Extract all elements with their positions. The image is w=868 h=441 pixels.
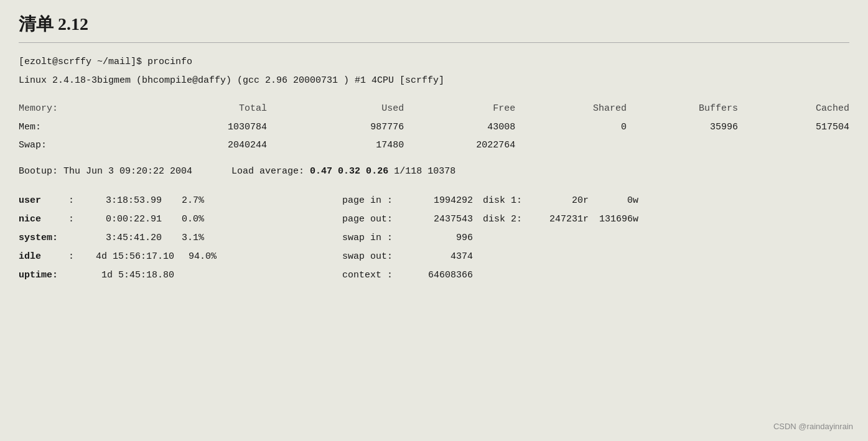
stat-context-value: 64608366 [417, 266, 473, 285]
swap-row-used: 17480 [267, 136, 404, 155]
stat-swapout: swap out: 4374 [342, 248, 716, 266]
stat-context-label: context : [342, 266, 417, 285]
stat-nice-pct: 0.0% [167, 210, 204, 229]
mem-row-label: Mem: [19, 118, 113, 137]
stat-context: context : 64608366 [342, 266, 716, 285]
memory-header-row: Memory: Total Used Free Shared Buffers C… [19, 100, 849, 118]
stat-swapin: swap in : 996 [342, 229, 716, 248]
mem-header-free: Free [404, 100, 515, 118]
bootup-text: Bootup: Thu Jun 3 09:20:22 2004 [19, 166, 192, 177]
stat-pageout-disk-label: disk 2: [483, 210, 539, 229]
stat-pageout-disk-r: 247231r [539, 210, 589, 229]
stat-pagein-disk-label: disk 1: [483, 192, 539, 210]
mem-row-total: 1030784 [113, 118, 267, 137]
mem-row-shared: 0 [515, 118, 627, 137]
stat-user-label: user [19, 192, 68, 210]
stat-pagein: page in : 1994292 disk 1: 20r 0w [342, 192, 716, 210]
stat-user-colon: : [68, 192, 81, 210]
sys-info-line: Linux 2.4.18-3bigmem (bhcompile@daffy) (… [19, 73, 849, 89]
mem-row-used: 987776 [267, 118, 404, 137]
swap-row-buffers [627, 136, 738, 155]
stats-left: user : 3:18:53.99 2.7% nice : 0:00:22.91… [19, 192, 342, 285]
stat-uptime-label: uptime: [19, 266, 68, 285]
stat-idle: idle : 4d 15:56:17.10 94.0% [19, 248, 342, 266]
load-prefix: Load average: [231, 166, 304, 177]
mem-row-cached: 517504 [738, 118, 849, 137]
swap-row-total: 2040244 [113, 136, 267, 155]
swap-row-shared [515, 136, 627, 155]
stat-pagein-label: page in : [342, 192, 417, 210]
swap-row-free: 2022764 [404, 136, 515, 155]
watermark: CSDN @raindayinrain [773, 422, 853, 431]
stat-nice-label: nice [19, 210, 68, 229]
stat-uptime-value: 1d 5:45:18.80 [81, 266, 174, 285]
stat-pagein-disk-w: 0w [589, 192, 638, 210]
bootup-line: Bootup: Thu Jun 3 09:20:22 2004 Load ave… [19, 164, 849, 180]
stat-pageout-label: page out: [342, 210, 417, 229]
stat-swapin-value: 996 [417, 229, 473, 248]
stat-idle-value: 4d 15:56:17.10 [81, 248, 174, 266]
stat-nice-colon: : [68, 210, 81, 229]
stat-idle-pct: 94.0% [179, 248, 217, 266]
load-suffix-text: 1/118 10378 [394, 166, 455, 177]
stat-system: system: 3:45:41.20 3.1% [19, 229, 342, 248]
stat-user-value: 3:18:53.99 [81, 192, 162, 210]
stat-system-value: 3:45:41.20 [81, 229, 162, 248]
stat-pageout: page out: 2437543 disk 2: 247231r 131696… [342, 210, 716, 229]
stats-right: page in : 1994292 disk 1: 20r 0w page ou… [342, 192, 716, 285]
stat-user-pct: 2.7% [167, 192, 204, 210]
terminal-block: [ezolt@scrffy ~/mail]$ procinfo Linux 2.… [19, 54, 849, 285]
stat-nice-value: 0:00:22.91 [81, 210, 162, 229]
mem-row-free: 43008 [404, 118, 515, 137]
stat-user: user : 3:18:53.99 2.7% [19, 192, 342, 210]
mem-row: Mem: 1030784 987776 43008 0 35996 517504 [19, 118, 849, 137]
page-title: 清单 2.12 [19, 12, 849, 36]
swap-row-label: Swap: [19, 136, 113, 155]
stat-swapout-value: 4374 [417, 248, 473, 266]
mem-header-shared: Shared [515, 100, 627, 118]
memory-table: Memory: Total Used Free Shared Buffers C… [19, 100, 849, 155]
stat-pageout-value: 2437543 [417, 210, 473, 229]
stat-idle-label: idle [19, 248, 68, 266]
divider [19, 42, 849, 43]
stat-system-label: system: [19, 229, 68, 248]
mem-header-used: Used [267, 100, 404, 118]
swap-row: Swap: 2040244 17480 2022764 [19, 136, 849, 155]
mem-header-total: Total [113, 100, 267, 118]
stat-pagein-disk-r: 20r [539, 192, 589, 210]
load-values-text: 0.47 0.32 0.26 [310, 166, 388, 177]
stat-nice: nice : 0:00:22.91 0.0% [19, 210, 342, 229]
stat-swapin-label: swap in : [342, 229, 417, 248]
mem-header-label: Memory: [19, 100, 113, 118]
mem-row-buffers: 35996 [627, 118, 738, 137]
stat-pageout-disk-w: 131696w [589, 210, 638, 229]
mem-header-buffers: Buffers [627, 100, 738, 118]
mem-header-cached: Cached [738, 100, 849, 118]
stat-idle-colon: : [68, 248, 81, 266]
stat-swapout-label: swap out: [342, 248, 417, 266]
swap-row-cached [738, 136, 849, 155]
stat-uptime: uptime: 1d 5:45:18.80 [19, 266, 342, 285]
stats-section: user : 3:18:53.99 2.7% nice : 0:00:22.91… [19, 192, 849, 285]
stat-pagein-value: 1994292 [417, 192, 473, 210]
stat-system-pct: 3.1% [167, 229, 204, 248]
command-line: [ezolt@scrffy ~/mail]$ procinfo [19, 54, 849, 70]
